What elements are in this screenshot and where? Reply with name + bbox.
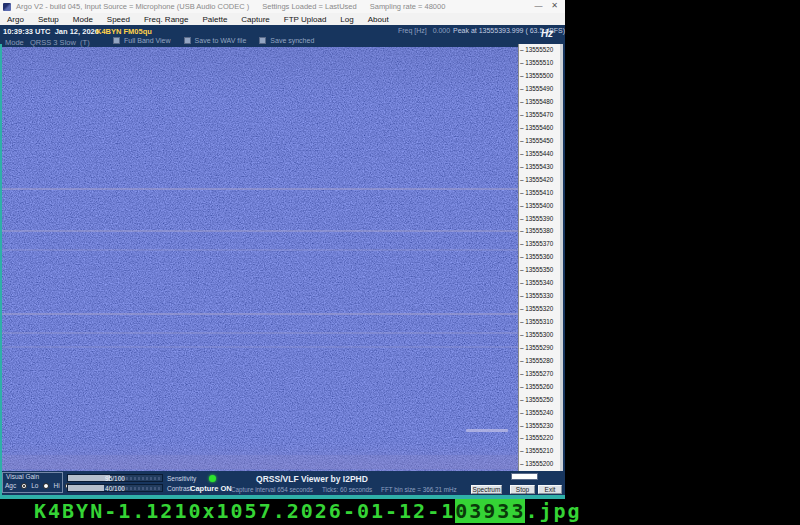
hi-radio-label: Hi xyxy=(53,482,59,489)
mode-readout: Mode QRSS 3 Slow (T) xyxy=(5,38,90,47)
waterfall-display[interactable] xyxy=(2,47,518,471)
menu-item-about[interactable]: About xyxy=(361,15,396,24)
menu-item-log[interactable]: Log xyxy=(333,15,360,24)
frequency-tick: – 13555320 xyxy=(519,306,560,312)
frequency-tick: – 13555300 xyxy=(519,332,560,338)
frequency-tick: – 13555240 xyxy=(519,410,560,416)
frequency-tick: – 13555380 xyxy=(519,228,560,234)
menu-item-freq-range[interactable]: Freq. Range xyxy=(137,15,195,24)
filename-suffix: .jpg xyxy=(525,499,581,523)
capture-stats: Capture interval 654 seconds Ticks: 60 s… xyxy=(231,486,431,493)
frequency-tick: – 13555270 xyxy=(519,371,560,377)
settings-status: Settings Loaded = LastUsed xyxy=(262,2,356,11)
frequency-tick: – 13555390 xyxy=(519,216,560,222)
checkbox-save-to-wav-file[interactable]: Save to WAV file xyxy=(184,37,247,44)
checkbox-icon[interactable] xyxy=(113,37,120,44)
frequency-tick: – 13555510 xyxy=(519,60,560,66)
lo-radio[interactable] xyxy=(43,483,49,489)
checkbox-label: Save to WAV file xyxy=(195,37,247,44)
frequency-tick: – 13555200 xyxy=(519,461,560,467)
frequency-tick: – 13555360 xyxy=(519,254,560,260)
contrast-slider[interactable]: 40/100 xyxy=(67,484,163,492)
scale-unit-label: Hz xyxy=(536,28,558,39)
frequency-tick: – 13555460 xyxy=(519,125,560,131)
window-title: Argo V2 - build 045, Input Source = Micr… xyxy=(16,2,249,11)
frequency-tick: – 13555280 xyxy=(519,358,560,364)
frequency-tick: – 13555470 xyxy=(519,112,560,118)
visual-gain-label: Visual Gain xyxy=(6,473,39,480)
checkbox-label: Full Band View xyxy=(124,37,171,44)
filename-prefix: K4BYN-1.1210x1057.2026-01-12-1 xyxy=(34,499,455,523)
frequency-tick: – 13555520 xyxy=(519,47,560,53)
menu-item-capture[interactable]: Capture xyxy=(234,15,276,24)
waterfall-noise xyxy=(2,47,518,471)
exit-button[interactable]: Exit xyxy=(538,485,562,494)
value-input[interactable] xyxy=(511,473,538,480)
frequency-tick: – 13555490 xyxy=(519,86,560,92)
fft-bin-size: FFT bin size = 366.21 mHz xyxy=(381,486,457,493)
frequency-tick: – 13555410 xyxy=(519,190,560,196)
app-icon xyxy=(3,3,11,11)
menu-item-ftp-upload[interactable]: FTP Upload xyxy=(277,15,334,24)
frequency-tick: – 13555480 xyxy=(519,99,560,105)
checkbox-save-synched[interactable]: Save synched xyxy=(259,37,314,44)
menu-item-argo[interactable]: Argo xyxy=(0,15,31,24)
frequency-tick: – 13555500 xyxy=(519,73,560,79)
status-bar: 10:39:33 UTC Jan 12, 2026 K4BYN FM05qu F… xyxy=(0,25,565,36)
menu-item-mode[interactable]: Mode xyxy=(66,15,100,24)
menu-bar: ArgoSetupModeSpeedFreq. RangePaletteCapt… xyxy=(0,13,565,25)
menu-item-setup[interactable]: Setup xyxy=(31,15,66,24)
sensitivity-slider[interactable]: 95/100 xyxy=(67,474,163,482)
contrast-value: 40/100 xyxy=(68,485,162,491)
sampling-rate-status: Sampling rate = 48000 xyxy=(370,2,446,11)
frequency-tick: – 13555310 xyxy=(519,319,560,325)
agc-radio-label: Agc xyxy=(5,482,16,489)
frequency-tick: – 13555370 xyxy=(519,241,560,247)
checkbox-icon[interactable] xyxy=(259,37,266,44)
minimize-icon[interactable]: — xyxy=(531,0,546,12)
capture-led-indicator xyxy=(209,475,216,482)
window-left-border xyxy=(0,44,2,495)
frequency-tick: – 13555420 xyxy=(519,177,560,183)
output-filename: K4BYN-1.1210x1057.2026-01-12-103933.jpg xyxy=(34,499,582,523)
desktop-background: Argo V2 - build 045, Input Source = Micr… xyxy=(0,0,800,525)
control-bar: Visual Gain Agc Lo Hi 95/100 40/100 Sens… xyxy=(0,471,565,495)
menu-item-palette[interactable]: Palette xyxy=(195,15,234,24)
utc-clock: 10:39:33 UTC Jan 12, 2026 xyxy=(3,27,99,36)
checkbox-full-band-view[interactable]: Full Band View xyxy=(113,37,171,44)
agc-radio[interactable] xyxy=(21,483,27,489)
frequency-tick: – 13555350 xyxy=(519,267,560,273)
visual-gain-radios: Agc Lo Hi xyxy=(5,482,71,489)
capture-interval: Capture interval 654 seconds xyxy=(231,486,313,493)
title-bar[interactable]: Argo V2 - build 045, Input Source = Micr… xyxy=(0,0,565,13)
close-icon[interactable]: ✕ xyxy=(547,0,562,12)
frequency-tick: – 13555440 xyxy=(519,151,560,157)
cursor-frequency: Freq [Hz] 0.000 xyxy=(398,27,450,34)
capture-status: Capture ON xyxy=(190,484,232,493)
stop-button[interactable]: Stop xyxy=(510,485,535,494)
option-checkboxes: Full Band ViewSave to WAV fileSave synch… xyxy=(113,37,314,44)
callsign-grid: K4BYN FM05qu xyxy=(96,27,152,36)
mode-bar: Mode QRSS 3 Slow (T) Full Band ViewSave … xyxy=(0,36,565,47)
app-subtitle: QRSS/VLF Viewer by I2PHD xyxy=(232,474,392,484)
frequency-tick: – 13555340 xyxy=(519,280,560,286)
frequency-tick: – 13555220 xyxy=(519,435,560,441)
frequency-tick: – 13555260 xyxy=(519,384,560,390)
spectrum-button[interactable]: Spectrum xyxy=(471,485,502,494)
visual-gain-group: Visual Gain Agc Lo Hi xyxy=(2,472,63,493)
filename-highlight: 03933 xyxy=(455,499,525,523)
frequency-tick: – 13555210 xyxy=(519,448,560,454)
frequency-tick: – 13555230 xyxy=(519,423,560,429)
contrast-label: Contrast xyxy=(167,485,192,492)
lo-radio-label: Lo xyxy=(31,482,38,489)
frequency-tick: – 13555290 xyxy=(519,345,560,351)
frequency-tick: – 13555250 xyxy=(519,397,560,403)
frequency-tick: – 13555430 xyxy=(519,164,560,170)
argo-window: Argo V2 - build 045, Input Source = Micr… xyxy=(0,0,565,499)
frequency-tick: – 13555330 xyxy=(519,293,560,299)
frequency-scale: – 13555520– 13555510– 13555500– 13555490… xyxy=(518,44,563,471)
checkbox-icon[interactable] xyxy=(184,37,191,44)
ticks-setting: Ticks: 60 seconds xyxy=(322,486,372,493)
menu-item-speed[interactable]: Speed xyxy=(100,15,137,24)
sensitivity-label: Sensitivity xyxy=(167,475,196,482)
